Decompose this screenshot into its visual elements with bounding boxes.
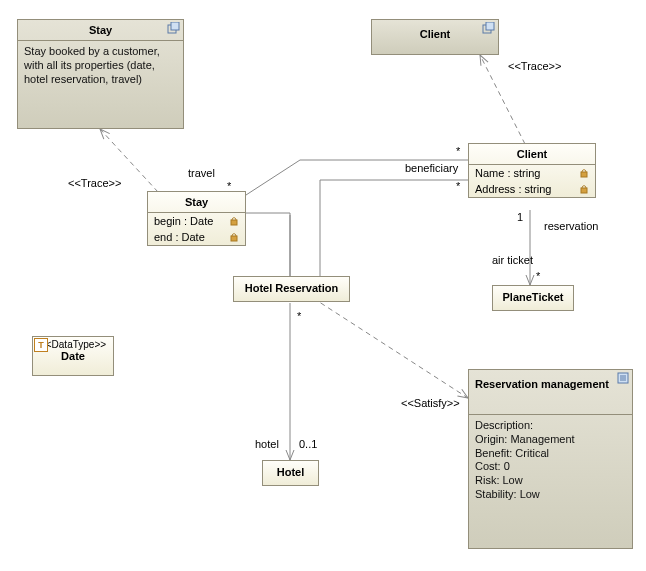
mult-star: * xyxy=(227,180,231,192)
note-client-title-text: Client xyxy=(420,28,451,40)
class-hotelres-name: Hotel Reservation xyxy=(245,282,339,294)
attr-text: begin : Date xyxy=(154,215,229,227)
note-client-title: Client xyxy=(372,20,498,48)
label-reservation: reservation xyxy=(544,220,598,232)
attr-row: end : Date xyxy=(148,229,245,245)
resmgmt-line: Cost: 0 xyxy=(475,460,626,474)
note-icon xyxy=(482,22,496,34)
lock-icon xyxy=(229,232,239,242)
note-resmgmt-body: Description: Origin: Management Benefit:… xyxy=(469,415,632,506)
mult-star: * xyxy=(456,145,460,157)
class-hotel-name: Hotel xyxy=(277,466,305,478)
label-beneficiary: beneficiary xyxy=(405,162,458,174)
note-client: Client xyxy=(371,19,499,55)
lock-icon xyxy=(229,216,239,226)
class-stay-title: Stay xyxy=(148,192,245,213)
note-stay-title-text: Stay xyxy=(89,24,112,36)
resmgmt-line: Risk: Low xyxy=(475,474,626,488)
class-hotel-title: Hotel xyxy=(263,461,318,483)
attr-row: Name : string xyxy=(469,165,595,181)
type-badge: T xyxy=(34,338,48,352)
mult-star: * xyxy=(456,180,460,192)
note-stay: Stay Stay booked by a customer, with all… xyxy=(17,19,184,129)
label-satisfy: <<Satisfy>> xyxy=(401,397,460,409)
label-travel: travel xyxy=(188,167,215,179)
label-trace2: <<Trace>> xyxy=(508,60,561,72)
note-icon xyxy=(167,22,181,34)
mult-star: * xyxy=(297,310,301,322)
class-planeticket-name: PlaneTicket xyxy=(503,291,564,303)
attr-text: Name : string xyxy=(475,167,579,179)
class-date-name: Date xyxy=(33,350,113,366)
label-hotel: hotel xyxy=(255,438,279,450)
class-stay[interactable]: Stay begin : Date end : Date xyxy=(147,191,246,246)
resmgmt-line: Stability: Low xyxy=(475,488,626,502)
mult-one: 1 xyxy=(517,211,523,223)
class-hotelres-title: Hotel Reservation xyxy=(234,277,349,299)
lock-icon xyxy=(579,168,589,178)
attr-text: Address : string xyxy=(475,183,579,195)
svg-rect-8 xyxy=(231,220,237,225)
svg-rect-11 xyxy=(581,188,587,193)
note-stay-body: Stay booked by a customer, with all its … xyxy=(18,41,183,90)
resmgmt-line: Origin: Management xyxy=(475,433,626,447)
note-reservation-mgmt: Reservation management Description: Orig… xyxy=(468,369,633,549)
lock-icon xyxy=(579,184,589,194)
note-resmgmt-title-text: Reservation management xyxy=(475,378,609,390)
mult-zero-one: 0..1 xyxy=(299,438,317,450)
label-trace1: <<Trace>> xyxy=(68,177,121,189)
class-plane-ticket[interactable]: PlaneTicket xyxy=(492,285,574,311)
class-client-name: Client xyxy=(517,148,548,160)
svg-rect-1 xyxy=(171,22,179,30)
mult-star: * xyxy=(536,270,540,282)
svg-rect-3 xyxy=(486,22,494,30)
note-stay-title: Stay xyxy=(18,20,183,41)
class-hotel[interactable]: Hotel xyxy=(262,460,319,486)
attr-text: end : Date xyxy=(154,231,229,243)
class-hotel-reservation[interactable]: Hotel Reservation xyxy=(233,276,350,302)
attr-row: Address : string xyxy=(469,181,595,197)
class-client[interactable]: Client Name : string Address : string xyxy=(468,143,596,198)
resmgmt-line: Benefit: Critical xyxy=(475,447,626,461)
class-stay-name: Stay xyxy=(185,196,208,208)
label-airticket: air ticket xyxy=(492,254,533,266)
class-date[interactable]: T <<DataType>> Date xyxy=(32,336,114,376)
svg-rect-9 xyxy=(231,236,237,241)
class-planeticket-title: PlaneTicket xyxy=(493,286,573,308)
note-icon xyxy=(616,372,630,384)
attr-row: begin : Date xyxy=(148,213,245,229)
note-resmgmt-title: Reservation management xyxy=(469,370,632,415)
class-client-title: Client xyxy=(469,144,595,165)
svg-rect-10 xyxy=(581,172,587,177)
resmgmt-line: Description: xyxy=(475,419,626,433)
